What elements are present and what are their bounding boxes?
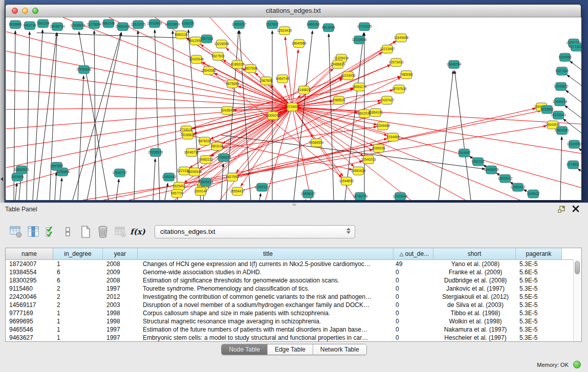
network-node[interactable]: 11549469: [376, 122, 390, 130]
network-node[interactable]: 9146821: [297, 86, 311, 94]
column-header-in_degree[interactable]: in_degree: [53, 248, 103, 259]
network-node[interactable]: 24055724: [50, 23, 65, 31]
network-node[interactable]: 10435603: [71, 21, 85, 30]
network-node[interactable]: 12093832: [554, 82, 569, 91]
table-vertical-scrollbar[interactable]: [573, 259, 581, 341]
network-node[interactable]: 9154469: [386, 133, 400, 141]
network-node[interactable]: 18757515: [392, 85, 407, 93]
network-node[interactable]: 9245022: [527, 190, 540, 198]
column-header-title[interactable]: title: [138, 248, 394, 259]
network-node[interactable]: 8454749: [276, 75, 289, 83]
import-table-icon[interactable]: [113, 224, 128, 239]
left-panel-edge[interactable]: [0, 0, 5, 203]
row-list-icon[interactable]: [60, 224, 76, 239]
table-row[interactable]: 1830029562008Estimation of significance …: [6, 276, 581, 285]
network-node[interactable]: 14982222: [199, 156, 213, 164]
collapse-left-arrow-icon[interactable]: [1, 177, 3, 181]
network-node[interactable]: 16543382: [202, 67, 216, 75]
network-node[interactable]: 9242845: [221, 106, 234, 115]
network-node[interactable]: 11864161: [368, 108, 383, 117]
network-node[interactable]: 10540203: [361, 156, 376, 164]
network-node[interactable]: 2967608: [259, 77, 273, 85]
network-node[interactable]: 22420046: [189, 55, 204, 63]
network-node[interactable]: 7691234: [36, 19, 50, 28]
network-node[interactable]: 15486829: [331, 60, 345, 69]
network-node[interactable]: 2803144: [210, 142, 224, 150]
table-row[interactable]: 1872400712008Changes of HCN gene express…: [6, 260, 581, 268]
network-node[interactable]: 13505135: [199, 178, 213, 186]
table-row[interactable]: 946362711997Embryonic stem cells: a mode…: [6, 334, 581, 342]
network-node[interactable]: 6466160: [307, 20, 320, 29]
network-node[interactable]: 15692951: [555, 126, 570, 135]
network-node[interactable]: 9827552: [226, 173, 239, 181]
network-node[interactable]: 8215953: [540, 105, 554, 114]
network-node[interactable]: 11549468: [394, 34, 409, 42]
network-node[interactable]: 20691406: [116, 23, 130, 31]
column-header-out_de[interactable]: △out_de...: [394, 248, 433, 259]
network-node[interactable]: 12524439: [277, 27, 292, 35]
table-row[interactable]: 977716911998Corpus callosum shape and si…: [6, 309, 581, 317]
network-node[interactable]: 12450412: [511, 183, 526, 191]
network-node[interactable]: 10310562: [567, 140, 581, 148]
network-node[interactable]: 7857224: [200, 35, 213, 43]
network-node[interactable]: 12224006: [341, 72, 356, 80]
network-node[interactable]: 10719105: [357, 23, 372, 31]
minimize-button[interactable]: [22, 8, 28, 14]
network-node[interactable]: 1527602: [266, 20, 279, 29]
network-node[interactable]: 19166829: [181, 131, 195, 139]
network-node[interactable]: 19384554: [309, 139, 324, 147]
network-node[interactable]: 10167427: [380, 96, 395, 104]
network-node[interactable]: 16033809: [147, 19, 162, 28]
table-row[interactable]: 969969511998Structural magnetic resonanc…: [6, 317, 581, 325]
network-node[interactable]: 1588520: [332, 96, 345, 104]
close-panel-icon[interactable]: [572, 205, 580, 213]
table-row[interactable]: 1938455462009Genome-wide association stu…: [6, 268, 581, 276]
memory-status-indicator[interactable]: [573, 361, 581, 368]
network-node[interactable]: 8660128: [175, 31, 188, 39]
network-node[interactable]: 16210643: [551, 111, 566, 119]
delete-table-icon[interactable]: [95, 224, 111, 239]
network-node[interactable]: 9329966: [558, 53, 572, 61]
network-node[interactable]: 12444154: [553, 98, 568, 106]
network-canvas[interactable]: 1872400718300295193845542242004686601288…: [6, 17, 581, 200]
function-builder-icon[interactable]: f(x): [130, 224, 145, 239]
network-node[interactable]: 17957223: [255, 183, 270, 191]
network-node[interactable]: 1609144: [194, 187, 207, 195]
network-node[interactable]: 9227343: [555, 67, 569, 75]
network-node[interactable]: 7485083: [400, 71, 413, 79]
network-node[interactable]: 18724007: [285, 103, 300, 111]
network-node[interactable]: 11278964: [87, 20, 102, 29]
network-node[interactable]: 9827508: [244, 64, 257, 73]
column-header-year[interactable]: year: [103, 248, 138, 259]
show-columns-icon[interactable]: [26, 224, 41, 239]
network-node[interactable]: 12213987: [380, 45, 395, 53]
network-node[interactable]: 17359924: [216, 154, 231, 162]
table-row[interactable]: 1456911722003Disruption of a novel membe…: [6, 301, 581, 309]
network-node[interactable]: 9457791: [170, 189, 184, 198]
network-node[interactable]: 8186328: [231, 60, 244, 69]
network-node[interactable]: 9875685: [226, 80, 239, 88]
network-node[interactable]: 12610225: [131, 20, 146, 29]
network-node[interactable]: 18640988: [292, 39, 307, 48]
float-window-icon[interactable]: [557, 205, 565, 213]
network-node[interactable]: 10405255: [484, 166, 499, 174]
network-node[interactable]: 8639683: [9, 20, 22, 29]
network-node[interactable]: 11544692: [339, 177, 354, 185]
network-node[interactable]: 14522809: [165, 20, 180, 29]
network-node[interactable]: 13226058: [214, 40, 229, 48]
network-node[interactable]: 8096935: [372, 144, 385, 152]
close-button[interactable]: [12, 8, 18, 14]
network-node[interactable]: 10653287: [232, 20, 247, 29]
network-node[interactable]: 16554417: [230, 187, 245, 195]
network-node[interactable]: 9827503: [211, 52, 225, 60]
scrollbar-thumb[interactable]: [575, 261, 580, 274]
network-node[interactable]: 18300295: [266, 112, 280, 120]
network-node[interactable]: 6774591: [567, 161, 580, 169]
network-node[interactable]: 10973493: [389, 58, 404, 67]
zoom-button[interactable]: [32, 8, 38, 14]
select-rows-icon[interactable]: [43, 224, 58, 239]
network-node[interactable]: 10958167: [301, 190, 316, 198]
network-node[interactable]: 5878335: [198, 137, 211, 145]
network-node[interactable]: 12923446: [393, 192, 408, 200]
network-node[interactable]: 20053346: [77, 65, 92, 74]
